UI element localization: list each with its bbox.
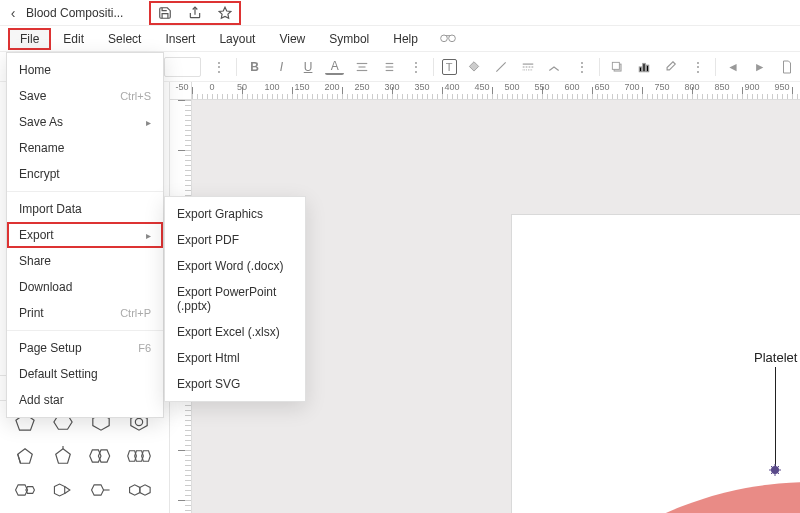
export-export-word-docx-[interactable]: Export Word (.docx) xyxy=(165,253,305,279)
shape-anthracene[interactable] xyxy=(122,441,156,471)
quick-actions xyxy=(149,1,241,25)
file-menu-share[interactable]: Share xyxy=(7,248,163,274)
fill-icon[interactable] xyxy=(465,57,484,77)
svg-rect-17 xyxy=(643,63,645,71)
shape-naphthalene[interactable] xyxy=(84,441,118,471)
shape-pyrrole[interactable] xyxy=(46,441,80,471)
menubar: File Edit Select Insert Layout View Symb… xyxy=(0,26,800,52)
ruler-tick: 400 xyxy=(444,82,459,92)
text-tool-icon[interactable]: T xyxy=(442,59,457,75)
svg-rect-16 xyxy=(639,67,641,72)
export-export-graphics[interactable]: Export Graphics xyxy=(165,201,305,227)
svg-marker-29 xyxy=(90,450,101,462)
star-icon[interactable] xyxy=(217,5,233,21)
connector-icon[interactable] xyxy=(545,57,564,77)
file-menu-import-data[interactable]: Import Data xyxy=(7,196,163,222)
file-menu-add-star[interactable]: Add star xyxy=(7,387,163,413)
file-menu-page-setup[interactable]: Page SetupF6 xyxy=(7,335,163,361)
italic-icon[interactable]: I xyxy=(272,57,291,77)
svg-marker-39 xyxy=(130,485,140,495)
page[interactable]: Platelet xyxy=(512,215,800,513)
svg-point-24 xyxy=(135,418,142,425)
menu-view[interactable]: View xyxy=(267,28,317,50)
save-icon[interactable] xyxy=(157,5,173,21)
ruler-tick: 800 xyxy=(684,82,699,92)
svg-line-10 xyxy=(496,62,505,71)
more-text-icon[interactable]: ⋮ xyxy=(406,57,425,77)
menu-insert[interactable]: Insert xyxy=(153,28,207,50)
file-menu-rename[interactable]: Rename xyxy=(7,135,163,161)
list-icon[interactable] xyxy=(379,57,398,77)
svg-rect-18 xyxy=(646,65,648,71)
chevron-right-icon: ▸ xyxy=(146,230,151,241)
svg-marker-36 xyxy=(54,484,64,496)
binoculars-icon[interactable] xyxy=(430,27,466,50)
menu-edit[interactable]: Edit xyxy=(51,28,96,50)
ruler-tick: 700 xyxy=(624,82,639,92)
svg-line-26 xyxy=(18,454,21,463)
ruler-tick: 950 xyxy=(774,82,789,92)
more-shape-icon[interactable]: ⋮ xyxy=(572,57,591,77)
shape-fused-4[interactable] xyxy=(122,475,156,505)
svg-rect-15 xyxy=(612,62,619,69)
ruler-tick: 600 xyxy=(564,82,579,92)
shape-fused-1[interactable] xyxy=(8,475,42,505)
prev-page-icon[interactable]: ◄ xyxy=(724,57,743,77)
chevron-right-icon: ▸ xyxy=(146,117,151,128)
more-tools-icon[interactable]: ⋮ xyxy=(688,57,707,77)
share-icon[interactable] xyxy=(187,5,203,21)
svg-marker-37 xyxy=(92,485,104,495)
file-menu-download[interactable]: Download xyxy=(7,274,163,300)
file-menu-encrypt[interactable]: Encrypt xyxy=(7,161,163,187)
ruler-tick: 900 xyxy=(744,82,759,92)
document-title: Blood Compositi... xyxy=(26,6,123,20)
file-menu-default-setting[interactable]: Default Setting xyxy=(7,361,163,387)
page-icon[interactable] xyxy=(777,57,796,77)
back-chevron-icon[interactable]: ‹ xyxy=(6,5,20,21)
eyedropper-icon[interactable] xyxy=(661,57,680,77)
chart-icon[interactable] xyxy=(634,57,653,77)
export-export-html[interactable]: Export Html xyxy=(165,345,305,371)
next-page-icon[interactable]: ► xyxy=(750,57,769,77)
shape-fused-2[interactable] xyxy=(46,475,80,505)
file-menu-print[interactable]: PrintCtrl+P xyxy=(7,300,163,326)
line-style-icon[interactable] xyxy=(518,57,537,77)
menu-symbol[interactable]: Symbol xyxy=(317,28,381,50)
export-submenu: Export GraphicsExport PDFExport Word (.d… xyxy=(164,196,306,402)
align-icon[interactable] xyxy=(352,57,371,77)
font-family-icon[interactable] xyxy=(164,57,202,77)
menu-select[interactable]: Select xyxy=(96,28,153,50)
underline-icon[interactable]: U xyxy=(299,57,318,77)
ruler-tick: 550 xyxy=(534,82,549,92)
ruler-tick: 150 xyxy=(294,82,309,92)
ruler-tick: 500 xyxy=(504,82,519,92)
menu-file[interactable]: File xyxy=(8,28,51,50)
ruler-tick: 350 xyxy=(414,82,429,92)
shadow-icon[interactable] xyxy=(608,57,627,77)
line-icon[interactable] xyxy=(491,57,510,77)
bold-icon[interactable]: B xyxy=(245,57,264,77)
export-export-powerpoint-pptx-[interactable]: Export PowerPoint (.pptx) xyxy=(165,279,305,319)
export-export-svg[interactable]: Export SVG xyxy=(165,371,305,397)
shape-cyclopentane[interactable] xyxy=(8,441,42,471)
menu-layout[interactable]: Layout xyxy=(207,28,267,50)
file-menu-save[interactable]: SaveCtrl+S xyxy=(7,83,163,109)
menu-help[interactable]: Help xyxy=(381,28,430,50)
ruler-tick: 750 xyxy=(654,82,669,92)
ruler-tick: 50 xyxy=(237,82,247,92)
export-export-pdf[interactable]: Export PDF xyxy=(165,227,305,253)
font-color-icon[interactable]: A xyxy=(325,59,344,75)
file-menu-home[interactable]: Home xyxy=(7,57,163,83)
file-menu-export[interactable]: Export▸ xyxy=(7,222,163,248)
more-font-icon[interactable]: ⋮ xyxy=(209,57,228,77)
titlebar: ‹ Blood Compositi... xyxy=(0,0,800,26)
svg-marker-30 xyxy=(98,450,109,462)
file-menu-save-as[interactable]: Save As▸ xyxy=(7,109,163,135)
blood-vessel-graphic[interactable] xyxy=(512,415,800,513)
export-export-excel-xlsx-[interactable]: Export Excel (.xlsx) xyxy=(165,319,305,345)
shape-fused-3[interactable] xyxy=(84,475,118,505)
svg-marker-27 xyxy=(56,449,71,464)
label-platelet[interactable]: Platelet xyxy=(754,350,797,365)
svg-marker-40 xyxy=(140,485,150,495)
ruler-tick: 300 xyxy=(384,82,399,92)
